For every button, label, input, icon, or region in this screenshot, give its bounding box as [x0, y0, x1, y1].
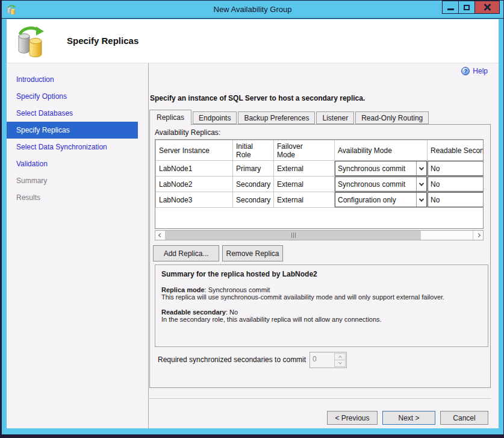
readable-secondary-dropdown[interactable]: No: [428, 161, 484, 176]
replica-summary-panel: Summary for the replica hosted by LabNod…: [155, 264, 488, 347]
column-header-server-instance[interactable]: Server Instance: [156, 140, 233, 161]
column-header-availability-mode[interactable]: Availability Mode: [335, 140, 428, 161]
scrollbar-track[interactable]: [166, 231, 473, 240]
cell-initial-role[interactable]: Secondary: [233, 177, 274, 192]
scroll-right-button[interactable]: [473, 231, 483, 240]
required-secondaries-spinner: 0: [310, 352, 347, 368]
tab-label: Replicas: [157, 113, 184, 122]
availability-mode-dropdown[interactable]: Configuration only: [335, 192, 427, 207]
help-button[interactable]: ? Help: [461, 67, 488, 75]
sidebar-item-label: Specify Options: [16, 92, 67, 101]
content-area: Introduction Specify Options Select Data…: [7, 63, 499, 428]
cancel-button[interactable]: Cancel: [440, 411, 488, 425]
cell-availability-mode: Synchronous commit: [335, 177, 428, 192]
add-replica-button[interactable]: Add Replica...: [153, 245, 219, 261]
availability-mode-dropdown[interactable]: Synchronous commit: [335, 161, 427, 176]
dropdown-arrow-icon[interactable]: [416, 177, 426, 191]
maximize-button[interactable]: [458, 1, 475, 14]
tab-label: Read-Only Routing: [361, 114, 423, 122]
help-icon: ?: [461, 67, 470, 75]
cell-initial-role[interactable]: Secondary: [233, 192, 274, 208]
dropdown-arrow-icon[interactable]: [416, 193, 426, 207]
instruction-text: Specify an instance of SQL Server to hos…: [150, 94, 365, 102]
dropdown-value: No: [431, 180, 440, 189]
replicas-grid: Server Instance Initial Role Failover Mo…: [155, 139, 484, 229]
help-label: Help: [473, 67, 488, 75]
cell-failover-mode[interactable]: External: [274, 161, 335, 177]
sidebar-item-specify-replicas[interactable]: Specify Replicas: [7, 122, 138, 139]
tab-backup-preferences[interactable]: Backup Preferences: [238, 111, 315, 124]
readable-secondary-label: Readable secondary: [161, 308, 226, 316]
column-header-readable-secondary[interactable]: Readable Secondary: [428, 140, 484, 161]
chevron-down-icon: [338, 361, 342, 364]
next-button[interactable]: Next >: [382, 411, 435, 425]
cell-text: External: [274, 195, 334, 205]
remove-replica-button[interactable]: Remove Replica: [222, 245, 283, 261]
cell-failover-mode[interactable]: External: [274, 177, 335, 192]
grip-icon: [291, 233, 292, 238]
sidebar-item-label: Select Data Synchronization: [16, 143, 107, 151]
dialog-window: New Availability Group Specify Replicas …: [1, 0, 504, 435]
readable-secondary-value: : No: [226, 308, 238, 316]
table-row: LabNode2 Secondary External Synchronous …: [156, 177, 484, 192]
sidebar-item-select-data-synchronization[interactable]: Select Data Synchronization: [7, 139, 138, 155]
tab-label: Listener: [322, 114, 348, 122]
cell-initial-role[interactable]: Primary: [233, 161, 274, 177]
readable-secondary-line: Readable secondary: No: [161, 308, 482, 316]
dropdown-value: Configuration only: [335, 196, 416, 204]
column-header-initial-role[interactable]: Initial Role: [233, 140, 274, 161]
tab-label: Backup Preferences: [244, 114, 309, 122]
scrollbar-thumb[interactable]: [166, 231, 421, 240]
minimize-button[interactable]: [442, 1, 459, 14]
dropdown-arrow-icon[interactable]: [416, 161, 426, 175]
spinner-up-button: [335, 354, 345, 360]
sidebar-item-label: Validation: [16, 160, 48, 168]
cell-availability-mode: Synchronous commit: [335, 161, 428, 177]
sidebar-item-validation[interactable]: Validation: [7, 155, 138, 172]
readable-secondary-dropdown[interactable]: No: [428, 192, 484, 207]
header-row: Server Instance Initial Role Failover Mo…: [156, 140, 484, 161]
cell-text: Secondary: [233, 179, 273, 190]
scroll-left-button[interactable]: [155, 231, 166, 240]
tab-read-only-routing[interactable]: Read-Only Routing: [355, 111, 429, 124]
spinner-buttons: [334, 353, 346, 367]
cell-server-instance[interactable]: LabNode3: [156, 192, 233, 208]
tab-listener[interactable]: Listener: [316, 111, 354, 124]
cell-availability-mode: Configuration only: [335, 192, 428, 208]
sidebar-item-introduction[interactable]: Introduction: [7, 71, 138, 88]
tab-strip: Replicas Endpoints Backup Preferences Li…: [149, 110, 430, 124]
summary-title: Summary for the replica hosted by LabNod…: [161, 270, 482, 278]
sidebar-item-specify-options[interactable]: Specify Options: [7, 88, 138, 105]
readable-secondary-dropdown[interactable]: No: [428, 177, 484, 192]
previous-button[interactable]: < Previous: [327, 411, 378, 425]
minimize-icon: [447, 8, 454, 10]
scroll-left-icon: [158, 233, 162, 237]
spinner-value: 0: [310, 352, 334, 368]
availability-mode-dropdown[interactable]: Synchronous commit: [335, 177, 427, 192]
dropdown-value: Synchronous commit: [335, 164, 416, 173]
grip-icon: [293, 233, 294, 238]
sidebar-item-results: Results: [7, 189, 138, 206]
sidebar-item-select-databases[interactable]: Select Databases: [7, 105, 138, 122]
availability-group-icon: [16, 25, 45, 57]
replica-mode-value: : Synchronous commit: [205, 286, 270, 293]
replica-mode-label: Replica mode: [161, 286, 205, 293]
screen: New Availability Group Specify Replicas …: [0, 0, 504, 438]
cell-text: External: [274, 179, 334, 190]
cell-server-instance[interactable]: LabNode1: [156, 161, 233, 177]
spinner-down-button: [335, 360, 345, 366]
table-row: LabNode3 Secondary External Configuratio…: [156, 192, 484, 208]
cell-readable-secondary: No: [428, 161, 484, 177]
window-title: New Availability Group: [2, 1, 503, 19]
column-header-failover-mode[interactable]: Failover Mode: [274, 140, 335, 161]
titlebar[interactable]: New Availability Group: [2, 1, 503, 19]
close-button[interactable]: [474, 1, 500, 14]
tab-label: Endpoints: [199, 114, 231, 122]
cell-failover-mode[interactable]: External: [274, 192, 335, 208]
tab-endpoints[interactable]: Endpoints: [193, 111, 237, 124]
cell-server-instance[interactable]: LabNode2: [156, 177, 233, 192]
cell-text: LabNode2: [156, 179, 232, 190]
replica-mode-line: Replica mode: Synchronous commit: [161, 286, 482, 293]
cell-text: Primary: [233, 163, 273, 174]
tab-replicas[interactable]: Replicas: [149, 110, 191, 125]
